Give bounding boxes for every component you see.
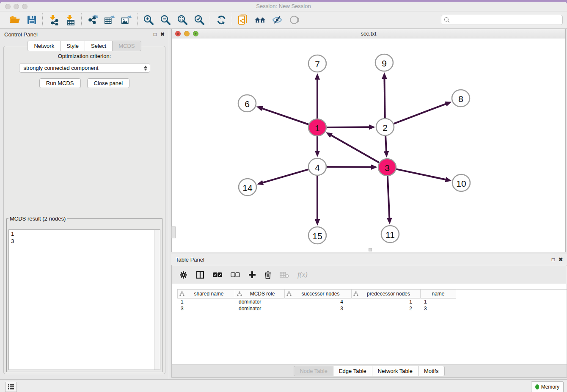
graph-edge-3-11[interactable] [388, 176, 390, 219]
graph-edge-1-6[interactable] [261, 108, 309, 125]
table-settings-button[interactable] [179, 271, 187, 279]
desktop: Session: New Session [0, 0, 567, 392]
save-session-button[interactable] [26, 14, 37, 25]
graph-edge-arrow [315, 151, 320, 157]
memory-status-icon [535, 384, 539, 389]
criterion-select[interactable]: strongly connected component [19, 63, 150, 73]
zoom-fit-button[interactable] [177, 14, 188, 25]
hide-selected-button[interactable] [272, 14, 283, 25]
column-view-button[interactable] [196, 271, 204, 279]
network-resize-grip[interactable] [369, 248, 372, 251]
mcds-result-area[interactable]: 1 3 [8, 229, 160, 370]
tab-edge-table[interactable]: Edge Table [333, 366, 372, 376]
houses-icon [255, 15, 266, 25]
tab-motifs[interactable]: Motifs [418, 366, 445, 376]
table-header-row: shared nameMCDS rolesuccessor nodesprede… [177, 289, 567, 298]
graph-edge-2-8[interactable] [393, 104, 447, 124]
show-all-button[interactable] [289, 14, 300, 25]
zoom-in-button[interactable] [143, 14, 154, 25]
search-field[interactable] [441, 15, 563, 25]
zoom-selected-button[interactable] [194, 14, 205, 25]
graph-edge-3-10[interactable] [396, 169, 446, 179]
table-row[interactable]: 3dominator323 [177, 305, 567, 312]
table-row[interactable]: 1dominator411 [177, 298, 567, 305]
clone-network-icon [238, 14, 249, 26]
status-bar: Memory [0, 379, 567, 392]
export-network-button[interactable] [87, 14, 98, 25]
control-panel: Control Panel □ ✖ NetworkStyleSelectMCDS… [0, 29, 169, 379]
import-network-button[interactable] [48, 14, 59, 25]
graph-node-label-6: 6 [245, 99, 250, 109]
table-cell: dominator [235, 298, 285, 305]
window-titlebar: Session: New Session [0, 2, 567, 11]
network-view-window: ✕ − + scc.txt 7968124314101511 [171, 29, 566, 252]
graph-edge-2-9[interactable] [384, 78, 385, 119]
node-table: shared nameMCDS rolesuccessor nodesprede… [177, 289, 567, 312]
column-header-MCDS-role[interactable]: MCDS role [235, 290, 285, 298]
shared-column-icon [353, 291, 358, 296]
graph-edge-arrow [369, 124, 375, 130]
graph-edge-arrow [382, 72, 387, 79]
network-view-titlebar[interactable]: ✕ − + scc.txt [172, 29, 565, 39]
run-mcds-button[interactable]: Run MCDS [39, 78, 81, 88]
table-cell: 1 [352, 298, 421, 305]
column-header-predecessor-nodes[interactable]: predecessor nodes [352, 290, 421, 298]
graph-node-label-8: 8 [458, 94, 463, 104]
column-header-shared-name[interactable]: shared name [177, 290, 235, 298]
export-network-icon [87, 14, 98, 25]
graph-edge-1-2[interactable] [326, 127, 370, 127]
tab-select[interactable]: Select [85, 41, 112, 51]
graph-edge-3-1[interactable] [330, 135, 380, 163]
tab-style[interactable]: Style [60, 41, 85, 51]
table-cell: 1 [421, 298, 456, 305]
close-table-panel-icon[interactable]: ✖ [559, 257, 563, 262]
graph-edge-4-14[interactable] [262, 169, 309, 183]
import-table-button[interactable] [65, 14, 76, 25]
tab-network[interactable]: Network [28, 41, 60, 51]
add-column-button[interactable] [248, 271, 256, 279]
clone-network-button[interactable] [238, 14, 249, 25]
float-panel-icon[interactable]: □ [154, 32, 157, 37]
delete-column-button[interactable] [264, 271, 271, 279]
first-neighbors-button[interactable] [255, 14, 266, 25]
export-table-button[interactable] [104, 14, 115, 25]
table-cell: 4 [285, 298, 352, 305]
memory-label: Memory [541, 384, 559, 390]
graph-edge-2-3[interactable] [385, 135, 386, 152]
graph-node-label-10: 10 [456, 179, 466, 188]
zoom-out-button[interactable] [160, 14, 171, 25]
table-panel-title: Table Panel [176, 257, 204, 263]
split-pane-handle[interactable] [171, 226, 176, 238]
result-scrollbar[interactable] [154, 230, 160, 370]
graph-node-label-15: 15 [312, 231, 322, 241]
save-icon [27, 15, 37, 25]
search-input[interactable] [451, 17, 560, 23]
task-history-button[interactable] [5, 382, 17, 392]
column-header-successor-nodes[interactable]: successor nodes [285, 290, 352, 298]
select-all-button[interactable] [213, 272, 222, 277]
tab-network-table[interactable]: Network Table [372, 366, 418, 376]
network-canvas[interactable]: 7968124314101511 [172, 39, 565, 252]
fx-icon: f(x) [297, 271, 308, 279]
memory-button[interactable]: Memory [531, 381, 564, 392]
export-image-icon [121, 14, 132, 25]
graph-edge-arrow [257, 180, 264, 185]
export-image-button[interactable] [121, 14, 132, 25]
optimization-criterion-label: Optimization criterion: [4, 53, 165, 59]
open-file-button[interactable] [9, 14, 20, 25]
deselect-all-button[interactable] [231, 272, 240, 277]
close-panel-button[interactable]: Close panel [87, 78, 130, 88]
graph-node-label-3: 3 [385, 163, 390, 173]
apply-layout-button[interactable] [216, 14, 227, 25]
table-cell: 3 [421, 305, 456, 312]
column-header-name[interactable]: name [421, 290, 456, 298]
tab-node-table[interactable]: Node Table [294, 366, 333, 376]
delete-table-button [280, 271, 289, 278]
select-stepper-icon [144, 66, 148, 71]
float-table-panel-icon[interactable]: □ [552, 257, 555, 262]
table-cell: 3 [285, 305, 352, 312]
close-panel-icon[interactable]: ✖ [160, 32, 165, 37]
table-tabs: Node TableEdge TableNetwork TableMotifs [172, 364, 567, 377]
tab-mcds[interactable]: MCDS [112, 41, 141, 51]
graph-edge-4-3[interactable] [326, 167, 372, 167]
